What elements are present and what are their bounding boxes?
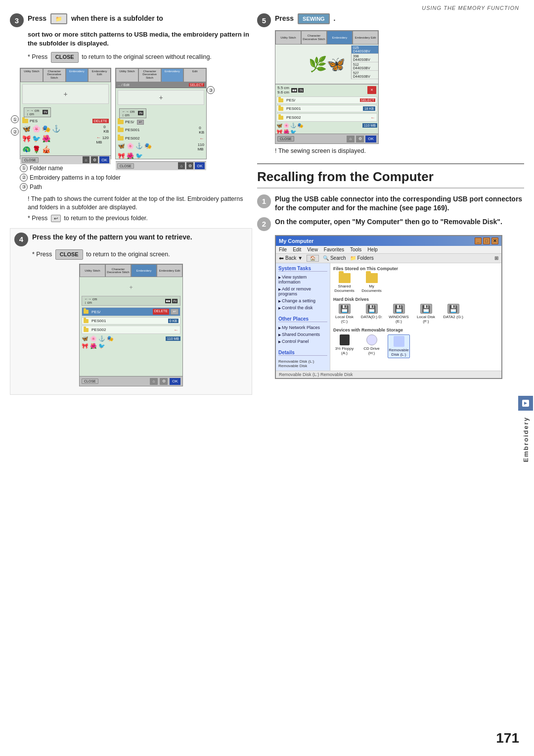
sidebar-control-disk[interactable]: Control the disk (278, 304, 327, 311)
sidebar-shared-docs[interactable]: Shared Documents (278, 331, 327, 338)
step4-ok-btn[interactable]: OK (170, 378, 180, 385)
tab-character[interactable]: Character Decorative Stitch (43, 68, 66, 82)
floppy-item[interactable]: 3½ Floppy (A:) (333, 334, 356, 358)
step5-size-toggle[interactable]: ■■ (291, 88, 297, 93)
step5-file-sizes: 025D440S0BV 398D440S0BV 512D440S0BV 527D… (351, 46, 378, 79)
step4-settings-icon[interactable]: ⚙ (160, 378, 168, 385)
section2-step1-title: Plug the USB cable connector into the co… (275, 194, 524, 212)
tab-emb-edit-r[interactable]: Edit (183, 68, 206, 82)
step4-tab-utility[interactable]: Utility Stitch (80, 264, 105, 277)
shared-docs-item[interactable]: Shared Documents (333, 273, 356, 293)
step5-close-btn-screen[interactable]: CLOSE (277, 136, 294, 142)
folder-pes-right[interactable]: PES/ ↩ (118, 120, 204, 125)
files-icons-row: Shared Documents My Documents (333, 273, 498, 293)
win-minimize-btn[interactable]: _ (475, 237, 482, 244)
step4-close-screen-btn[interactable]: CLOSE (82, 378, 98, 384)
step5-file-pes002[interactable]: PES002 ← (276, 113, 377, 122)
folder-pes002-right[interactable]: PES002 ← (118, 136, 204, 141)
return-btn[interactable]: ↩ (137, 120, 144, 125)
step4-header: 4 Press the key of the pattern you want … (14, 233, 248, 246)
sidebar-view-system[interactable]: View system information (278, 274, 327, 285)
step4-home-icon[interactable]: ⌂ (150, 378, 158, 385)
step5-select-btn[interactable]: SELECT (360, 98, 375, 102)
step5-home-icon[interactable]: ⌂ (347, 136, 355, 142)
ok-icon-r[interactable]: OK (195, 162, 205, 169)
step4-file-pes[interactable]: PES/ DELETE ↩ (82, 307, 180, 316)
cd-item[interactable]: CD Drive (H:) (360, 334, 383, 358)
data2-g-item[interactable]: 💾 DATA2 (G:) (442, 304, 464, 324)
step5-tab-utility[interactable]: Utility Stitch (275, 31, 301, 45)
window-toolbar: ⬅ Back ▼ 🏠 🔍 Search 📁 Folders ⊞ (276, 254, 501, 263)
step5-file-pes[interactable]: PES/ SELECT (276, 96, 377, 104)
step5-ok-btn[interactable]: OK (365, 136, 376, 142)
step3-close-btn[interactable]: CLOSE (51, 52, 79, 62)
details-title: Details (278, 350, 327, 356)
step5-settings-icon[interactable]: ⚙ (356, 136, 364, 142)
return-folder-btn[interactable]: ↩ (51, 215, 61, 222)
address-bar[interactable]: 🏠 (307, 255, 319, 262)
home-icon[interactable]: ⌂ (83, 156, 89, 163)
win-maximize-btn[interactable]: □ (483, 237, 490, 244)
section2-step1-header: 1 Plug the USB cable connector into the … (257, 194, 524, 212)
removable-disk-item[interactable]: Removable Disk (L:) (388, 334, 410, 358)
step4-bottom-icons: ⌂ ⚙ OK (150, 378, 180, 385)
tab-embroidery-r[interactable]: Embroidery (161, 68, 184, 82)
step5-tab-character[interactable]: Character Decorative Stitch (301, 31, 327, 45)
data-d-item[interactable]: 💾 DATA(D:) D: (360, 304, 383, 324)
settings-icon-r[interactable]: ⚙ (186, 162, 193, 169)
win-close-btn[interactable]: ✕ (491, 237, 498, 244)
section2-step2-header: 2 On the computer, open "My Computer" th… (257, 217, 524, 231)
sidebar-add-remove[interactable]: Add or remove programs (278, 285, 327, 297)
windows-e-item[interactable]: 💾 WINDOWS (E:) (388, 304, 410, 324)
tab-emb-edit[interactable]: Embroidery Edit (88, 68, 111, 82)
tab-utility[interactable]: Utility Stitch (20, 68, 43, 82)
step3-close-btn-screen-r[interactable]: CLOSE (117, 163, 134, 169)
step4-tab-character[interactable]: Character Decorative Stitch (105, 264, 131, 277)
select-btn[interactable]: SELECT (189, 83, 204, 87)
step5-file-pes001[interactable]: PES001 18 KB (276, 105, 377, 112)
home-icon-r[interactable]: ⌂ (178, 162, 185, 169)
sidebar-control-panel[interactable]: Control Panel (278, 338, 327, 345)
tab-embroidery[interactable]: Embroidery (66, 68, 89, 82)
folder-pes001-right[interactable]: PES001 0KB (118, 126, 204, 135)
back-btn[interactable]: ⬅ Back ▼ (279, 255, 303, 262)
tab-character-r[interactable]: Character Decorative Stitch (138, 68, 161, 82)
step5-block: 5 Press SEWING . Utility Stitch Characte… (257, 13, 524, 156)
size-toggle[interactable]: ■■ (165, 299, 171, 303)
local-f-item[interactable]: 💾 Local Disk (F:) (415, 304, 437, 324)
sidebar-network[interactable]: My Network Places (278, 324, 327, 331)
search-btn[interactable]: 🔍 Search (323, 255, 346, 261)
step5-in-btn[interactable]: IN (298, 88, 304, 93)
step5-tab-edit[interactable]: Embroidery Edit (353, 31, 378, 45)
step3-folder-button[interactable]: 📁 (50, 13, 67, 24)
folders-btn[interactable]: 📁 Folders (350, 255, 374, 261)
step4-file-pes002[interactable]: PES002 ← (82, 326, 180, 334)
sidebar-change-setting[interactable]: Change a setting (278, 297, 327, 304)
step4-body: + ←→ cm↕ cm ■■ IN PES/ (80, 277, 182, 376)
section2-heading: Recalling from the Computer (257, 169, 524, 189)
return-btn-4[interactable]: ↩ (171, 309, 178, 315)
step4-screen-container: Utility Stitch Character Decorative Stit… (79, 264, 183, 386)
step4-file-pes001[interactable]: PES001 0 KB (82, 317, 180, 325)
settings-icon[interactable]: ⚙ (91, 156, 98, 163)
step4-tab-edit[interactable]: Embroidery Edit (157, 264, 182, 277)
size-display-left: ←→ cm↕ cm IN (24, 107, 51, 117)
folder-pes-left[interactable]: PES DELETE (22, 119, 109, 123)
window-controls: _ □ ✕ (475, 237, 498, 244)
step4-tab-embroidery[interactable]: Embroidery (131, 264, 157, 277)
tab-utility-r[interactable]: Utility Stitch (116, 68, 138, 82)
size-in[interactable]: IN (172, 299, 178, 303)
my-docs-item[interactable]: My Documents (360, 273, 383, 293)
ok-icon[interactable]: OK (99, 156, 109, 163)
step4-close-btn[interactable]: CLOSE (55, 249, 83, 260)
step3-header: 3 Press 📁 when there is a subfolder to (10, 13, 252, 27)
step3-close-btn-screen[interactable]: CLOSE (22, 157, 39, 163)
view-toggle-btn[interactable]: ⊞ (494, 255, 498, 261)
windows-e-icon: 💾 (393, 304, 405, 314)
local-c-item[interactable]: 💾 Local Disk (C:) (333, 304, 356, 324)
step5-close-icon[interactable]: ✕ (367, 86, 376, 94)
step5-tab-embroidery[interactable]: Embroidery (327, 31, 353, 45)
step5-sewing-button[interactable]: SEWING (298, 13, 330, 24)
folder-icon-pes-r (118, 120, 124, 124)
delete-btn-4[interactable]: DELETE (153, 309, 169, 315)
